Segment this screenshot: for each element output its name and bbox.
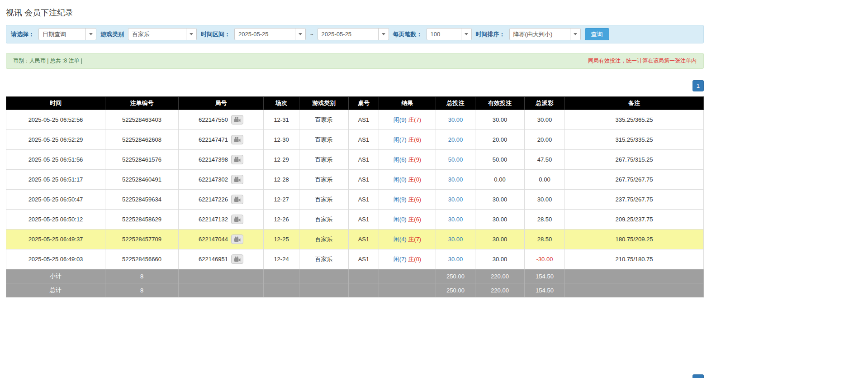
payout-value: 30.00 (537, 116, 552, 123)
session-value: 12-29 (274, 156, 289, 163)
total-bet-link[interactable]: 50.00 (448, 156, 463, 163)
game-type-cell: 百家乐 (299, 110, 349, 130)
time-value: 2025-05-25 06:51:17 (28, 176, 83, 183)
footer-payout-cell: 154.50 (525, 283, 565, 297)
video-replay-icon[interactable] (231, 175, 243, 184)
bet-number-value: 522528462608 (122, 136, 161, 143)
game-type-cell: 百家乐 (299, 170, 349, 190)
search-button[interactable]: 查询 (585, 28, 609, 40)
note-value: 267.75/315.25 (615, 156, 653, 163)
table-row: 2025-05-25 06:52:29522528462608622147471… (6, 130, 704, 150)
footer-total-bet-cell: 250.00 (436, 283, 475, 297)
date-to-select[interactable]: 2025-05-25 (318, 28, 389, 40)
col-header-time: 时间 (6, 97, 105, 110)
table-row: 2025-05-25 06:51:17522528460491622147302… (6, 170, 704, 190)
chevron-down-icon[interactable] (378, 29, 389, 40)
video-replay-icon[interactable] (231, 115, 243, 124)
note-cell: 209.25/237.75 (565, 210, 704, 230)
time-value: 2025-05-25 06:52:29 (28, 136, 83, 143)
page-size-select[interactable]: 100 (427, 28, 472, 40)
video-replay-icon[interactable] (231, 155, 243, 164)
table-row: 2025-05-25 06:49:37522528457709622147044… (6, 230, 704, 249)
page-button-1-bottom[interactable]: 1 (693, 374, 704, 378)
page-button-1[interactable]: 1 (693, 80, 704, 91)
video-replay-icon[interactable] (231, 135, 243, 144)
game-type-select[interactable]: 百家乐 (128, 28, 197, 40)
page-title: 视讯 会员下注纪录 (6, 7, 704, 18)
chevron-down-icon[interactable] (295, 29, 305, 40)
betting-records-table: 时间注单编号局号场次游戏类别桌号结果总投注有效投注总派彩备注2025-05-25… (6, 96, 704, 297)
total-bet-link[interactable]: 20.00 (448, 136, 463, 143)
time-cell: 2025-05-25 06:52:56 (6, 110, 105, 130)
round-number-cell: 622147226 (179, 190, 264, 210)
video-replay-icon[interactable] (231, 254, 243, 264)
chevron-down-icon[interactable] (85, 29, 96, 40)
video-replay-icon[interactable] (231, 195, 243, 204)
game-type-value: 百家乐 (315, 236, 333, 243)
game-type-value: 百家乐 (315, 156, 333, 163)
table-number-value: AS1 (358, 156, 370, 163)
game-type-value: 百家乐 (315, 136, 333, 143)
time-cell: 2025-05-25 06:52:29 (6, 130, 105, 150)
session-cell: 12-26 (264, 210, 299, 230)
total-bet-link[interactable]: 30.00 (448, 176, 463, 183)
table-row: 2025-05-25 06:50:47522528459634622147226… (6, 190, 704, 210)
result-player: 闲(4) (394, 236, 407, 243)
footer-empty-cell (299, 269, 349, 283)
valid-bet-cell: 50.00 (475, 150, 525, 170)
total-bet-link[interactable]: 30.00 (448, 216, 463, 223)
time-value: 2025-05-25 06:50:12 (28, 216, 83, 223)
round-number-cell: 622147132 (179, 210, 264, 230)
chevron-down-icon[interactable] (186, 29, 196, 40)
total-bet-link[interactable]: 30.00 (448, 256, 463, 263)
date-to-value: 2025-05-25 (318, 29, 378, 40)
time-cell: 2025-05-25 06:51:56 (6, 150, 105, 170)
result-banker: 庄(0) (408, 256, 421, 263)
total-bet-link[interactable]: 30.00 (448, 116, 463, 123)
total-bet-cell: 30.00 (436, 210, 475, 230)
result-banker: 庄(0) (408, 176, 421, 183)
chevron-down-icon[interactable] (461, 29, 471, 40)
note-cell: 335.25/365.25 (565, 110, 704, 130)
valid-bet-value: 30.00 (493, 256, 508, 263)
query-type-select[interactable]: 日期查询 (38, 28, 96, 40)
valid-bet-cell: 30.00 (475, 230, 525, 249)
table-number-cell: AS1 (349, 210, 379, 230)
total-bet-link[interactable]: 30.00 (448, 196, 463, 203)
table-number-value: AS1 (358, 216, 370, 223)
session-cell: 12-28 (264, 170, 299, 190)
total-bet-link[interactable]: 30.00 (448, 236, 463, 243)
col-header-total-bet: 总投注 (436, 97, 475, 110)
sort-select[interactable]: 降幂(由大到小) (509, 28, 581, 40)
footer-total-bet-cell: 250.00 (436, 269, 475, 283)
col-header-result: 结果 (379, 97, 436, 110)
result-player: 闲(6) (394, 156, 407, 163)
result-cell: 闲(9) 庄(6) (379, 190, 436, 210)
note-cell: 267.75/267.75 (565, 170, 704, 190)
round-number-value: 622147302 (199, 176, 228, 183)
col-header-game-type: 游戏类别 (299, 97, 349, 110)
time-cell: 2025-05-25 06:50:12 (6, 210, 105, 230)
bet-number-cell: 522528460491 (105, 170, 179, 190)
footer-count-cell: 8 (105, 283, 179, 297)
result-cell: 闲(9) 庄(7) (379, 110, 436, 130)
footer-empty-cell (179, 269, 264, 283)
valid-bet-value: 30.00 (493, 116, 508, 123)
chevron-down-icon[interactable] (570, 29, 580, 40)
date-from-value: 2025-05-25 (235, 29, 295, 40)
video-replay-icon[interactable] (231, 234, 243, 244)
footer-label-cell: 总计 (6, 283, 105, 297)
round-number-value: 622147132 (199, 216, 228, 223)
valid-bet-value: 30.00 (493, 236, 508, 243)
result-cell: 闲(0) 庄(0) (379, 170, 436, 190)
time-value: 2025-05-25 06:52:56 (28, 116, 83, 123)
video-replay-icon[interactable] (231, 215, 243, 224)
bet-number-value: 522528459634 (122, 196, 161, 203)
date-from-select[interactable]: 2025-05-25 (234, 28, 306, 40)
sort-value: 降幂(由大到小) (510, 29, 570, 40)
payout-value: 20.00 (537, 136, 552, 143)
table-number-cell: AS1 (349, 190, 379, 210)
time-cell: 2025-05-25 06:50:47 (6, 190, 105, 210)
result-player: 闲(0) (394, 176, 407, 183)
payout-cell: 0.00 (525, 170, 565, 190)
